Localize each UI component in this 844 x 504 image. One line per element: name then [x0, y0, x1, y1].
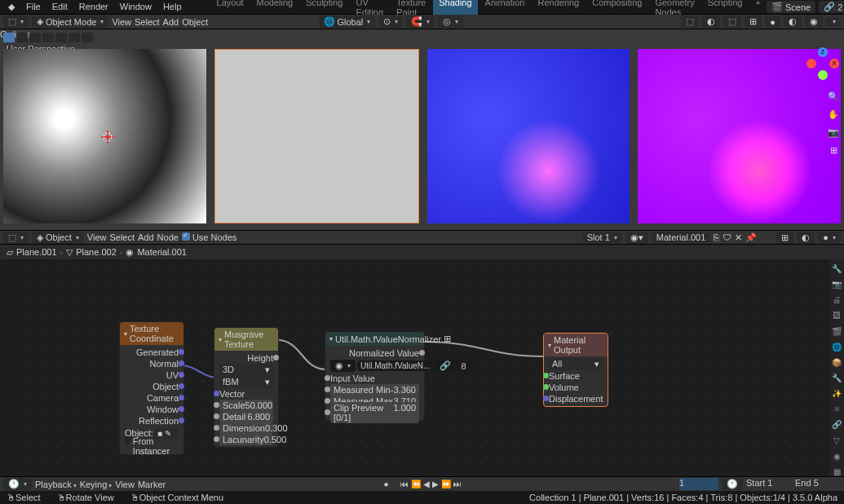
prop-physics-icon[interactable]: ⚛ [831, 405, 842, 413]
timeline-marker[interactable]: Marker [138, 480, 166, 489]
material-new-icon[interactable]: ⎘ [714, 232, 719, 242]
material-browse[interactable]: ◉▾ [625, 232, 648, 244]
collapse-icon[interactable]: ▾ [548, 342, 551, 349]
socket-uv[interactable] [179, 372, 184, 378]
collapse-icon[interactable]: ▾ [219, 336, 222, 343]
node-menu-node[interactable]: Node [157, 232, 179, 242]
blender-icon[interactable]: ◆ [3, 0, 20, 14]
lacunarity-field[interactable]: Lacunarity0.500 [219, 434, 273, 445]
node-menu-select[interactable]: Select [109, 232, 135, 242]
socket-object[interactable] [179, 383, 184, 389]
socket-surface[interactable] [543, 373, 549, 378]
camera-icon[interactable]: 📷 [828, 127, 839, 139]
bc-item-a[interactable]: Plane.001 [16, 247, 57, 257]
options-button[interactable]: Options [0, 29, 844, 39]
socket-generated[interactable] [179, 349, 184, 355]
timeline-editor-type[interactable]: 🕐 [3, 478, 32, 490]
prop-output-icon[interactable]: 🖨 [831, 295, 842, 304]
timeline-playback[interactable]: Playback [35, 480, 77, 489]
group-link-icon[interactable]: 🔗 [435, 360, 456, 372]
group-edit-icon[interactable]: ⊞ [444, 334, 451, 344]
node-menu-add[interactable]: Add [138, 232, 154, 242]
menu-file[interactable]: File [21, 0, 46, 14]
socket-mmin[interactable] [325, 387, 330, 392]
socket-input[interactable] [325, 375, 330, 381]
jump-prev-key-icon[interactable]: ⏪ [411, 480, 421, 489]
shade-solid[interactable]: ● [765, 16, 780, 28]
prop-texture-icon[interactable]: ▦ [831, 467, 842, 476]
prop-particle-icon[interactable]: ✨ [831, 389, 842, 398]
shade-wire[interactable]: ⊞ [745, 15, 762, 28]
socket-normal[interactable] [179, 360, 184, 366]
menu-render[interactable]: Render [74, 0, 113, 14]
prop-world-icon[interactable]: 🌐 [831, 343, 842, 351]
prop-tool-icon[interactable]: 🔧 [831, 264, 842, 273]
socket-dimension[interactable] [214, 425, 219, 431]
dimension-field[interactable]: Dimension0.300 [219, 422, 273, 434]
socket-vector[interactable] [214, 391, 219, 396]
pin-icon[interactable]: 📌 [745, 232, 757, 243]
overlay-toggle[interactable]: ◐ [702, 15, 720, 28]
socket-displacement[interactable] [543, 396, 549, 401]
zoom-icon[interactable]: 🔍 [828, 91, 839, 103]
musgrave-dim[interactable]: 3D▾ [219, 364, 273, 376]
nav-gizmo[interactable]: Z X [806, 47, 839, 80]
gizmo-x-neg[interactable] [806, 59, 816, 69]
play-reverse-icon[interactable]: ◀ [423, 480, 430, 489]
menu-edit[interactable]: Edit [47, 0, 73, 14]
editor-type[interactable]: ⬚ [3, 15, 29, 28]
prop-scene-icon[interactable]: 🎬 [831, 327, 842, 336]
proportional[interactable]: ◎ [438, 15, 463, 28]
prop-object-icon[interactable]: 📦 [831, 358, 842, 367]
socket-reflection[interactable] [179, 418, 184, 423]
scene-users[interactable]: 🔗2 [819, 1, 844, 13]
gizmo-x-pos[interactable]: X [829, 59, 839, 69]
menu-object[interactable]: Object [182, 17, 208, 27]
bc-item-b[interactable]: Plane.002 [76, 247, 117, 257]
material-copy-icon[interactable]: 🛡 [722, 232, 731, 242]
node-material-output[interactable]: ▾Material Output All▾ Surface Volume Dis… [543, 333, 608, 407]
snap[interactable]: 🧲 [406, 15, 435, 28]
mmin-field[interactable]: Measured Min-3.360 [330, 384, 419, 396]
node-texture-coordinate[interactable]: ▾Texture Coordinate Generated Normal UV … [119, 321, 184, 455]
group-browse[interactable]: ◉ [330, 360, 356, 372]
socket-window[interactable] [179, 406, 184, 412]
socket-lacunarity[interactable] [214, 436, 219, 442]
snap-node[interactable]: ⊞ [776, 232, 793, 244]
use-nodes-checkbox[interactable]: Use Nodes [182, 232, 236, 242]
orientation[interactable]: 🌐 Global [319, 15, 376, 28]
current-frame[interactable]: 1 [679, 478, 718, 490]
scene-field[interactable]: 🎬Scene [767, 1, 815, 13]
shade-rendered[interactable]: ◉ [805, 15, 823, 28]
shade-matpreview[interactable]: ◐ [784, 15, 802, 28]
socket-camera[interactable] [179, 395, 184, 400]
gizmo-y[interactable] [818, 70, 828, 80]
collapse-icon[interactable]: ▾ [329, 335, 333, 343]
prop-data-icon[interactable]: ▽ [831, 436, 842, 445]
jump-next-key-icon[interactable]: ⏩ [441, 480, 451, 489]
menu-add[interactable]: Add [163, 17, 179, 27]
menu-help[interactable]: Help [158, 0, 187, 14]
frominst-checkbox[interactable]: From Instancer [125, 436, 179, 456]
menu-window[interactable]: Window [115, 0, 157, 14]
mode-select[interactable]: ◈ Object Mode [32, 15, 108, 28]
output-target[interactable]: All▾ [549, 358, 603, 370]
pivot[interactable]: ⊙ [378, 15, 403, 28]
material-name[interactable]: Material.001 [652, 232, 711, 243]
group-name-field[interactable]: Util.Math.fValueN... [357, 360, 433, 371]
viewport-3d[interactable]: User Perspective (1) Collection 1 | Plan… [0, 42, 844, 230]
node-object-type[interactable]: ◈ Object [32, 232, 84, 244]
group-users[interactable]: 8 [456, 360, 471, 372]
node-menu-view[interactable]: View [87, 232, 107, 242]
socket-volume[interactable] [543, 384, 549, 390]
prop-constraint-icon[interactable]: 🔗 [831, 420, 842, 429]
prop-material-icon[interactable]: ◉ [831, 452, 842, 461]
material-unlink-icon[interactable]: ✕ [735, 232, 742, 243]
pan-icon[interactable]: ✋ [828, 109, 839, 121]
collapse-icon[interactable]: ▾ [124, 330, 127, 338]
node-musgrave[interactable]: ▾Musgrave Texture Height 3D▾ fBM▾ Vector… [214, 327, 279, 448]
bc-item-c[interactable]: Material.001 [137, 247, 187, 257]
node-editor[interactable]: ▾Texture Coordinate Generated Normal UV … [0, 259, 844, 476]
detail-field[interactable]: Detail6.800 [219, 411, 273, 422]
prop-modifier-icon[interactable]: 🔧 [831, 374, 842, 382]
